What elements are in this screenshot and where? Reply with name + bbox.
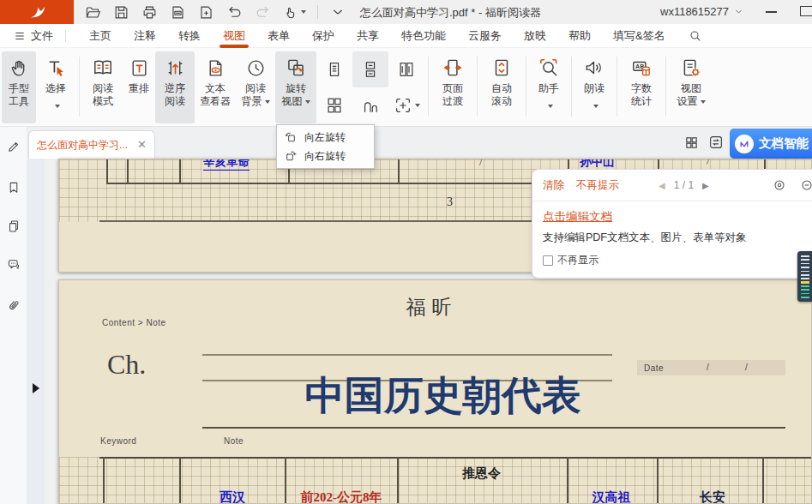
word-count-button[interactable]: AB 字数 统计 <box>621 51 662 123</box>
tab-home[interactable]: 主页 <box>78 24 123 48</box>
bookmarks-panel-icon[interactable] <box>6 180 21 195</box>
edit-document-link[interactable]: 点击编辑文档 <box>543 210 612 223</box>
dont-show-checkbox[interactable] <box>543 255 553 266</box>
edit-notification-panel: 清除 不再提示 ◀ 1 / 1 ▶ 点击编辑文档 支持编辑PDF文档文本、图片、… <box>532 169 812 279</box>
rotate-right-menu-item[interactable]: 向右旋转 <box>277 147 374 165</box>
dropdown-caret <box>548 105 553 108</box>
tab-features[interactable]: 特色功能 <box>390 24 457 48</box>
assistant-button[interactable]: 助手 <box>530 51 568 123</box>
clear-button[interactable]: 清除 <box>543 178 564 193</box>
view-settings-button[interactable]: 视图 设置 <box>670 51 713 123</box>
notification-page-indicator: 1 / 1 <box>674 179 694 191</box>
chevron-down-icon <box>734 7 743 16</box>
pages-panel-icon[interactable] <box>6 219 21 234</box>
dropdown-caret <box>701 100 706 104</box>
doc-link-revolution[interactable]: 辛亥革命 <box>203 159 250 171</box>
tab-comment[interactable]: 注释 <box>123 24 167 48</box>
navigation-sidebar <box>0 127 27 504</box>
table-cell-period: 前202-公元8年 <box>284 489 399 504</box>
document-title: 中国历史朝代表 <box>261 369 625 423</box>
page-view-mode-group <box>316 51 424 123</box>
select-tool-button[interactable]: 选择 <box>36 51 75 123</box>
facing-view-button[interactable] <box>388 51 424 87</box>
ai-document-intelligence-button[interactable]: 文档智能 <box>730 129 812 159</box>
widget-stripe-yellow <box>801 281 809 284</box>
expand-panel-handle[interactable] <box>33 383 39 393</box>
read-mode-icon <box>92 55 114 81</box>
document-tab-bar: 怎么面对高中学习... ✕ 文档智能 <box>0 127 812 159</box>
foxit-logo <box>0 0 74 24</box>
switch-tab-icon[interactable] <box>708 135 724 150</box>
rotate-view-button[interactable]: 旋转 视图 <box>275 51 316 123</box>
page-number: 3 <box>447 195 453 209</box>
auto-scroll-button[interactable]: 自动 滚动 <box>481 51 522 123</box>
reverse-reading-button[interactable]: 逆序 阅读 <box>155 51 195 123</box>
tab-help[interactable]: 帮助 <box>557 24 602 48</box>
tab-view[interactable]: 视图 <box>212 24 256 48</box>
delete-page-icon[interactable] <box>169 3 186 21</box>
next-notification-icon[interactable]: ▶ <box>702 181 709 190</box>
print-icon[interactable] <box>141 3 158 21</box>
insert-page-icon[interactable] <box>197 3 214 21</box>
comments-panel-icon[interactable] <box>6 257 21 273</box>
touch-mode-icon[interactable] <box>282 3 306 21</box>
docked-widget-handle[interactable] <box>797 251 812 302</box>
reading-background-button[interactable]: 阅读 背景 <box>236 51 275 123</box>
single-page-view-button[interactable] <box>316 51 352 87</box>
reflow-icon <box>129 55 150 81</box>
reading-background-icon <box>245 55 267 81</box>
account-menu[interactable]: wx118615277 <box>660 5 743 18</box>
note-label: Note <box>224 436 244 446</box>
ribbon-divider <box>617 57 617 117</box>
ribbon-toolbar: 手型 工具 选择 阅读 模式 重排 逆序 阅读 <box>0 48 812 127</box>
separate-cover-view-button[interactable] <box>352 87 388 123</box>
foxit-reader-window: 怎么面对高中学习.pdf * - 福昕阅读器 wx118615277 文件 主页… <box>0 0 812 504</box>
hand-tool-button[interactable]: 手型 工具 <box>2 51 36 123</box>
maximize-button[interactable] <box>800 6 812 16</box>
date-label: Date <box>644 363 664 373</box>
tab-convert[interactable]: 转换 <box>167 24 212 48</box>
read-aloud-button[interactable]: 朗读 <box>575 51 613 123</box>
notification-body: 点击编辑文档 支持编辑PDF文档文本、图片、表单等对象 不再显示 <box>532 201 812 267</box>
search-icon[interactable] <box>689 29 702 43</box>
notification-settings-icon[interactable] <box>773 178 786 192</box>
reverse-reading-icon <box>165 55 186 81</box>
attachments-panel-icon[interactable] <box>6 297 21 313</box>
text-viewer-button[interactable]: 文本 查看器 <box>195 51 236 123</box>
collapse-toolbar-icon[interactable] <box>329 3 346 21</box>
dropdown-caret <box>305 100 310 104</box>
tab-form[interactable]: 表单 <box>256 24 301 48</box>
rotate-left-menu-item[interactable]: 向左旋转 <box>277 128 374 147</box>
read-mode-button[interactable]: 阅读 模式 <box>83 51 123 123</box>
document-tab[interactable]: 怎么面对高中学习... ✕ <box>28 130 155 159</box>
doc-slash: / <box>707 159 709 168</box>
ribbon-divider <box>665 57 666 117</box>
tab-fill-sign[interactable]: 填写&签名 <box>602 24 677 48</box>
minimize-button[interactable] <box>766 11 777 13</box>
word-count-icon: AB <box>630 55 653 81</box>
page-transition-button[interactable]: 页面 过渡 <box>432 51 473 123</box>
ribbon-divider <box>526 57 526 117</box>
multi-tab-view-icon[interactable] <box>683 135 699 150</box>
date-slash: / <box>745 363 748 372</box>
annotate-pencil-icon[interactable] <box>6 139 21 154</box>
open-file-icon[interactable] <box>84 3 101 21</box>
redo-icon[interactable] <box>254 3 271 21</box>
tab-share[interactable]: 共享 <box>346 24 390 48</box>
no-more-prompt-button[interactable]: 不再提示 <box>576 178 619 193</box>
tab-present[interactable]: 放映 <box>513 24 557 48</box>
dont-show-label: 不再显示 <box>557 253 598 267</box>
split-view-button[interactable] <box>388 87 424 123</box>
save-icon[interactable] <box>112 3 129 21</box>
undo-icon[interactable] <box>226 3 243 21</box>
continuous-facing-view-button[interactable] <box>316 87 352 123</box>
collapse-notification-icon[interactable] <box>800 178 812 192</box>
file-menu[interactable]: 文件 <box>14 28 53 44</box>
continuous-view-button[interactable] <box>352 51 388 87</box>
tab-cloud[interactable]: 云服务 <box>457 24 513 48</box>
reflow-button[interactable]: 重排 <box>123 51 155 123</box>
tab-close-icon[interactable]: ✕ <box>137 140 147 150</box>
dropdown-caret <box>415 104 420 107</box>
prev-notification-icon[interactable]: ◀ <box>659 181 665 190</box>
tab-protect[interactable]: 保护 <box>301 24 346 48</box>
